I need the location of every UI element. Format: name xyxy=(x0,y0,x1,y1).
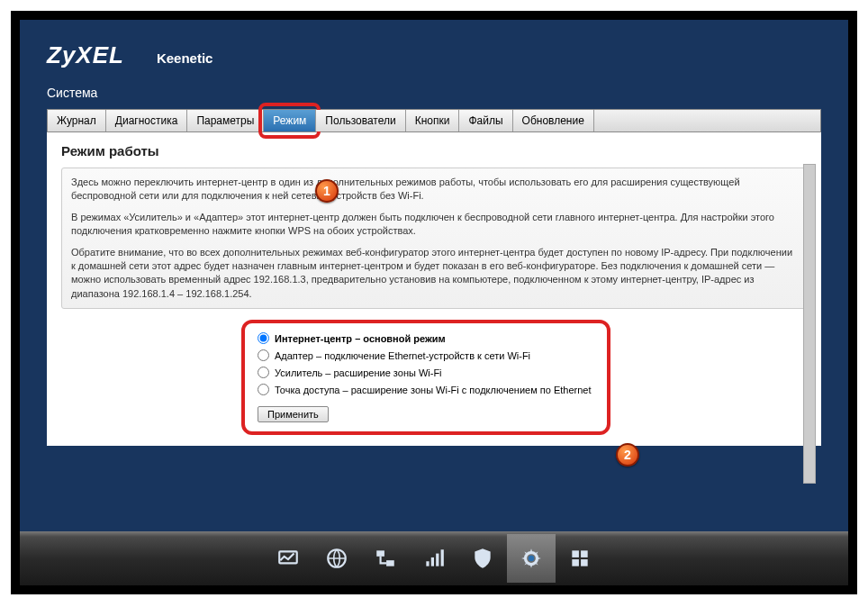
nav-wifi[interactable] xyxy=(410,534,458,583)
annotation-badge-2: 2 xyxy=(616,443,639,467)
tab-label: Обновление xyxy=(522,114,584,127)
tab-files[interactable]: Файлы xyxy=(459,110,512,131)
shield-icon xyxy=(471,547,494,570)
bottom-nav xyxy=(20,531,848,585)
mode-label: Адаптер – подключение Ethernet-устройств… xyxy=(275,350,530,361)
tab-label: Пользователи xyxy=(325,114,395,127)
tab-diagnostics[interactable]: Диагностика xyxy=(106,110,188,131)
page-heading: Режим работы xyxy=(61,143,807,159)
tab-label: Журнал xyxy=(57,114,96,127)
mode-selection-box: Интернет-центр – основной режим Адаптер … xyxy=(241,320,610,435)
content-panel: Режим работы Здесь можно переключить инт… xyxy=(47,132,821,446)
mode-option-access-point[interactable]: Точка доступа – расширение зоны Wi-Fi с … xyxy=(258,384,594,395)
svg-rect-3 xyxy=(386,560,394,566)
annotation-badge-1: 1 xyxy=(315,179,339,203)
svg-rect-7 xyxy=(441,549,444,566)
app-window: ZyXEL Keenetic Система Журнал Диагностик… xyxy=(11,11,857,594)
mode-label: Интернет-центр – основной режим xyxy=(275,333,446,344)
info-paragraph: Обратите внимание, что во всех дополните… xyxy=(71,246,797,302)
svg-rect-12 xyxy=(572,559,579,566)
tab-label: Параметры xyxy=(196,114,254,127)
tab-label: Диагностика xyxy=(115,114,178,127)
info-box: Здесь можно переключить интернет-центр в… xyxy=(61,168,807,309)
mode-radio[interactable] xyxy=(258,367,269,378)
svg-point-8 xyxy=(529,556,535,562)
nav-apps[interactable] xyxy=(556,534,604,583)
nav-globe[interactable] xyxy=(312,534,361,583)
brand-row: ZyXEL Keenetic xyxy=(47,41,821,69)
tab-label: Файлы xyxy=(468,114,502,127)
mode-radio[interactable] xyxy=(258,384,269,395)
tab-users[interactable]: Пользователи xyxy=(316,110,405,131)
section-title: Система xyxy=(47,86,821,100)
mode-option-amplifier[interactable]: Усилитель – расширение зоны Wi-Fi xyxy=(258,367,594,378)
scrollbar[interactable] xyxy=(803,164,816,484)
tab-buttons[interactable]: Кнопки xyxy=(406,110,460,131)
brand-logo: ZyXEL xyxy=(47,41,124,69)
svg-rect-13 xyxy=(581,559,588,566)
svg-rect-6 xyxy=(436,554,439,566)
apps-icon xyxy=(568,547,592,570)
globe-icon xyxy=(325,547,348,570)
tab-label: Режим xyxy=(273,114,306,127)
mode-radio[interactable] xyxy=(258,349,269,361)
tab-parameters[interactable]: Параметры xyxy=(187,110,264,131)
apply-button[interactable]: Применить xyxy=(258,406,329,422)
network-icon xyxy=(374,547,397,570)
tabs-row: Журнал Диагностика Параметры Режим Польз… xyxy=(47,109,821,132)
scrollbar-thumb[interactable] xyxy=(804,165,815,483)
svg-rect-10 xyxy=(572,550,579,557)
monitor-icon xyxy=(276,547,300,570)
nav-shield[interactable] xyxy=(458,534,507,583)
info-paragraph: Здесь можно переключить интернет-центр в… xyxy=(71,176,797,204)
tab-update[interactable]: Обновление xyxy=(513,110,594,131)
mode-option-adapter[interactable]: Адаптер – подключение Ethernet-устройств… xyxy=(258,349,594,361)
header: ZyXEL Keenetic Система xyxy=(20,20,848,109)
svg-rect-11 xyxy=(581,550,588,557)
mode-label: Усилитель – расширение зоны Wi-Fi xyxy=(275,367,442,378)
tab-label: Кнопки xyxy=(415,114,450,127)
wifi-icon xyxy=(422,547,446,570)
svg-rect-4 xyxy=(426,561,429,566)
nav-gear[interactable] xyxy=(507,534,556,583)
nav-network[interactable] xyxy=(361,534,410,583)
svg-rect-2 xyxy=(376,550,384,557)
mode-option-main[interactable]: Интернет-центр – основной режим xyxy=(258,332,594,344)
app-inner: ZyXEL Keenetic Система Журнал Диагностик… xyxy=(20,20,848,585)
tab-mode[interactable]: Режим xyxy=(264,110,316,131)
model-name: Keenetic xyxy=(157,50,213,66)
nav-monitor[interactable] xyxy=(264,534,312,583)
mode-label: Точка доступа – расширение зоны Wi-Fi с … xyxy=(275,385,592,395)
mode-radio[interactable] xyxy=(258,332,269,344)
gear-icon xyxy=(520,547,543,570)
tab-journal[interactable]: Журнал xyxy=(48,110,106,131)
svg-rect-5 xyxy=(431,557,434,566)
info-paragraph: В режимах «Усилитель» и «Адаптер» этот и… xyxy=(71,211,797,239)
